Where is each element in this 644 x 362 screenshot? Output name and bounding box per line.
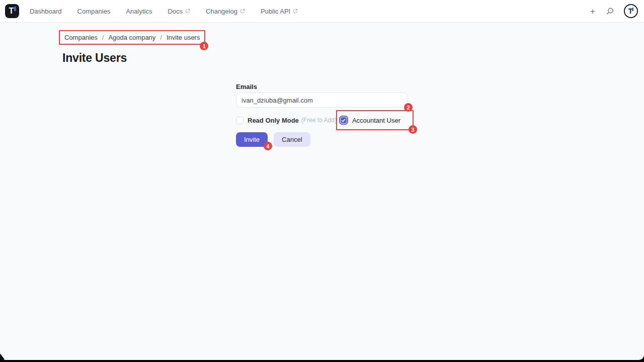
breadcrumb-separator: /: [102, 34, 104, 41]
emails-label: Emails: [236, 83, 408, 90]
external-link-icon: [293, 9, 298, 14]
main-nav: Dashboard Companies Analytics Docs Chang…: [30, 8, 298, 15]
annotation-badge-4: 4: [264, 142, 272, 150]
invite-button-wrap: Invite 4: [236, 132, 268, 147]
external-link-icon: [185, 9, 190, 14]
emails-input[interactable]: [236, 93, 408, 108]
app-window: T Dashboard Companies Analytics Docs Cha…: [0, 0, 644, 360]
checkbox-row: Read Only Mode (Free to Add) 3 Accountan…: [236, 116, 408, 125]
top-nav-actions: + T: [589, 4, 638, 18]
external-link-icon: [240, 9, 245, 14]
search-icon[interactable]: [605, 6, 615, 17]
nav-item-dashboard[interactable]: Dashboard: [30, 8, 62, 15]
invite-button[interactable]: Invite: [236, 132, 268, 147]
breadcrumb-agoda-company[interactable]: Agoda company: [108, 34, 155, 41]
breadcrumb-annotation-box: Companies / Agoda company / Invite users…: [59, 30, 205, 45]
accountant-user-checkbox[interactable]: [339, 116, 348, 125]
avatar-accent-tick: [632, 8, 633, 11]
add-button[interactable]: +: [589, 6, 596, 17]
top-nav-bar: T Dashboard Companies Analytics Docs Cha…: [0, 0, 644, 23]
main-content: Companies / Agoda company / Invite users…: [0, 23, 644, 147]
annotation-badge-3: 3: [409, 125, 417, 134]
read-only-mode-label[interactable]: Read Only Mode: [248, 117, 299, 124]
read-only-mode-hint: (Free to Add): [301, 117, 337, 124]
nav-item-companies[interactable]: Companies: [77, 8, 111, 15]
read-only-mode-checkbox[interactable]: [236, 117, 244, 124]
form-actions: Invite 4 Cancel: [236, 132, 408, 147]
checkbox-checked-fill: [341, 117, 347, 123]
accountant-user-label[interactable]: Accountant User: [352, 117, 400, 124]
nav-item-changelog[interactable]: Changelog: [206, 8, 245, 15]
cancel-button[interactable]: Cancel: [274, 132, 310, 147]
breadcrumb: Companies / Agoda company / Invite users: [64, 34, 200, 41]
nav-item-docs[interactable]: Docs: [168, 8, 190, 15]
breadcrumb-invite-users[interactable]: Invite users: [167, 34, 200, 41]
breadcrumb-separator: /: [160, 34, 162, 41]
checkmark-icon: [341, 118, 346, 123]
brand-accent-tick: [14, 7, 16, 11]
brand-logo[interactable]: T: [5, 4, 19, 18]
brand-letter: T: [9, 7, 14, 15]
emails-input-wrap: 2: [236, 93, 408, 108]
nav-item-public-api[interactable]: Public API: [261, 8, 298, 15]
annotation-badge-2: 2: [404, 103, 413, 112]
accountant-user-group: 3 Accountant User: [339, 116, 400, 125]
mouse-cursor: [0, 353, 5, 359]
invite-form: Emails 2 Read Only Mode (Free to Add) 3: [236, 83, 408, 147]
annotation-badge-1: 1: [200, 42, 208, 50]
nav-item-analytics[interactable]: Analytics: [126, 8, 152, 15]
breadcrumb-companies[interactable]: Companies: [64, 34, 98, 41]
user-avatar[interactable]: T: [624, 4, 638, 18]
page-title: Invite Users: [62, 51, 644, 65]
